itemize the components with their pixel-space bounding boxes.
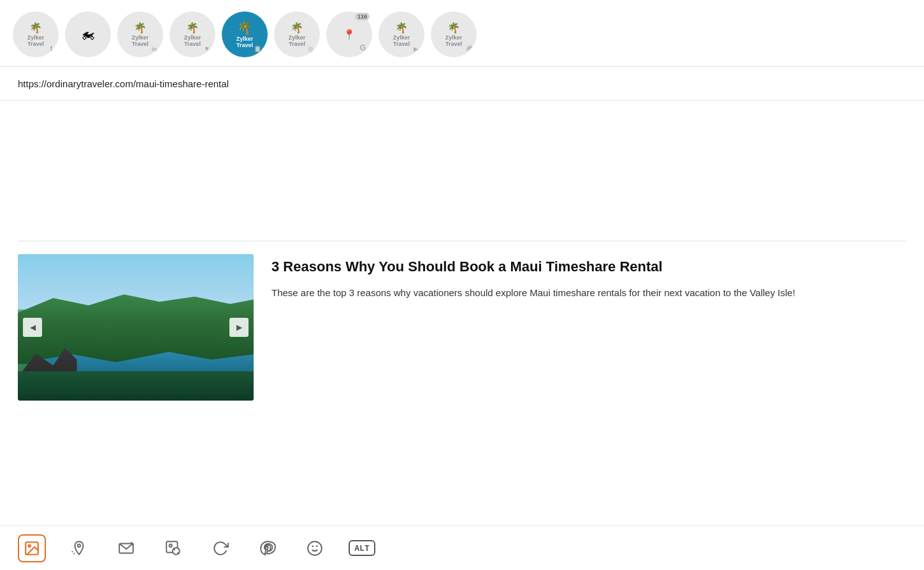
article-image-wrapper: ◀ ▶ — [18, 254, 254, 401]
social-icon-linkedin[interactable]: 🌴 ZylkerTravel in — [117, 11, 163, 57]
article-title: 3 Reasons Why You Should Book a Maui Tim… — [271, 258, 795, 276]
toolbar-email-button[interactable] — [112, 534, 140, 562]
article-text: 3 Reasons Why You Should Book a Maui Tim… — [271, 254, 795, 301]
article-preview-card: ◀ ▶ 3 Reasons Why You Should Book a Maui… — [0, 241, 924, 413]
location-icon — [71, 540, 87, 557]
social-icon-heart[interactable]: 🌴 ZylkerTravel ♥ — [170, 11, 215, 57]
social-icon-main-active[interactable]: 🌴 ZylkerTravel 📋 — [222, 11, 268, 57]
alt-label: ALT — [349, 540, 375, 556]
social-icon-youtube[interactable]: 🌴 ZylkerTravel ▶ — [379, 11, 424, 57]
search-image-icon — [165, 540, 182, 557]
social-icon-instagram[interactable]: 🌴 ZylkerTravel ◎ — [274, 11, 320, 57]
toolbar-search-image-button[interactable] — [159, 534, 187, 562]
toolbar-image-button[interactable] — [18, 534, 46, 562]
url-text: https://ordinarytraveler.com/maui-timesh… — [18, 78, 229, 89]
url-area: https://ordinarytraveler.com/maui-timesh… — [0, 67, 924, 101]
toolbar-pinterest-button[interactable] — [254, 534, 282, 562]
emoji-icon — [307, 540, 323, 557]
empty-area — [0, 101, 924, 241]
toolbar-location-button[interactable] — [65, 534, 93, 562]
social-icon-google[interactable]: 116 📍 G — [326, 11, 372, 57]
image-nav-prev[interactable]: ◀ — [23, 318, 42, 337]
svg-point-1 — [29, 545, 31, 546]
refresh-icon — [212, 540, 229, 557]
svg-point-2 — [78, 544, 80, 546]
image-icon — [24, 540, 40, 557]
social-icon-pinterest[interactable]: 🌴 ZylkerTravel 𝒫 — [431, 11, 477, 57]
toolbar-alt-button[interactable]: ALT — [348, 534, 376, 562]
svg-point-10 — [308, 541, 322, 555]
article-image — [18, 254, 254, 401]
social-icon-photo[interactable]: 🏍 — [65, 11, 111, 57]
social-icons-row: 🌴 ZylkerTravel f 🏍 🌴 ZylkerTravel in 🌴 Z… — [0, 0, 924, 67]
email-icon — [118, 540, 134, 557]
bottom-toolbar: ALT — [0, 525, 924, 570]
pinterest-icon — [259, 540, 276, 557]
svg-point-6 — [170, 544, 172, 546]
toolbar-refresh-button[interactable] — [206, 534, 235, 562]
image-nav-next[interactable]: ▶ — [229, 318, 249, 337]
social-icon-facebook[interactable]: 🌴 ZylkerTravel f — [13, 11, 59, 57]
article-excerpt: These are the top 3 reasons why vacation… — [271, 285, 795, 301]
toolbar-emoji-button[interactable] — [301, 534, 329, 562]
